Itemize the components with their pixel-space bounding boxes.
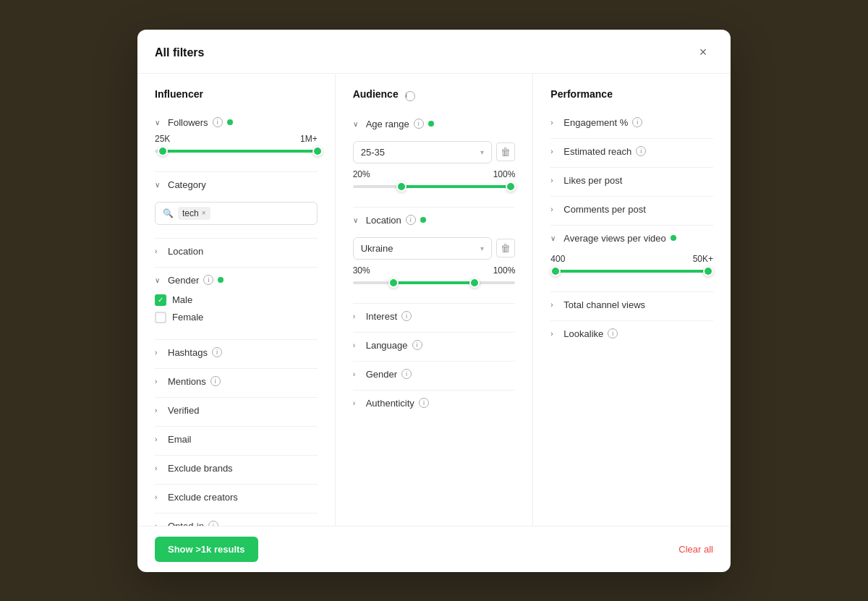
audience-info-icon[interactable]: i — [405, 91, 415, 101]
age-range-info-icon[interactable]: i — [414, 119, 424, 129]
opted-in-header[interactable]: › Opted-in i — [155, 515, 318, 526]
audience-location-thumb-right[interactable] — [469, 278, 480, 288]
audience-location-select[interactable]: Ukraine ▾ — [353, 237, 493, 260]
verified-chevron: › — [155, 406, 163, 414]
avg-views-header[interactable]: ∨ Average views per video — [550, 227, 713, 250]
age-range-thumb-right[interactable] — [506, 182, 516, 192]
mentions-info-icon[interactable]: i — [210, 376, 221, 386]
exclude-brands-header[interactable]: › Exclude brands — [155, 457, 318, 479]
male-checkbox[interactable] — [155, 294, 166, 306]
audience-location-slider-track[interactable] — [353, 281, 516, 284]
followers-info-icon[interactable]: i — [213, 117, 223, 127]
interest-header[interactable]: › Interest i — [353, 305, 516, 328]
exclude-brands-label: Exclude brands — [168, 463, 233, 474]
audience-gender-chevron: › — [353, 370, 362, 378]
likes-per-post-section: › Likes per post — [550, 169, 713, 192]
engagement-info-icon[interactable]: i — [632, 117, 642, 127]
age-range-slider-track[interactable] — [353, 185, 516, 188]
authenticity-info-icon[interactable]: i — [419, 398, 429, 408]
avg-views-dot — [671, 235, 676, 241]
category-tag-remove[interactable]: × — [202, 209, 206, 217]
female-checkbox[interactable] — [155, 312, 166, 323]
followers-min-label: 25K — [155, 134, 170, 144]
influencer-gender-info-icon[interactable]: i — [203, 275, 213, 285]
influencer-location-header[interactable]: › Location — [155, 240, 318, 263]
followers-thumb-right[interactable] — [312, 146, 323, 156]
category-section-header[interactable]: ∨ Category — [155, 174, 318, 196]
close-button[interactable]: × — [693, 43, 713, 63]
influencer-gender-header[interactable]: ∨ Gender i — [155, 269, 318, 291]
age-range-select[interactable]: 25-35 ▾ — [353, 141, 493, 163]
language-header[interactable]: › Language i — [353, 334, 516, 357]
audience-location-chevron-down: ∨ — [353, 216, 362, 224]
age-range-select-row: 25-35 ▾ 🗑 — [353, 141, 516, 163]
verified-header[interactable]: › Verified — [155, 399, 318, 422]
audience-gender-header[interactable]: › Gender i — [353, 363, 516, 385]
age-range-select-arrow: ▾ — [480, 148, 484, 156]
performance-column-title: Performance — [550, 88, 713, 100]
audience-location-header[interactable]: ∨ Location i — [353, 209, 516, 231]
comments-per-post-label: Comments per post — [563, 204, 645, 215]
show-results-button[interactable]: Show >1k results — [155, 537, 258, 562]
lookalike-info-icon[interactable]: i — [608, 328, 618, 338]
email-header[interactable]: › Email — [155, 428, 318, 451]
interest-info-icon[interactable]: i — [401, 311, 412, 321]
language-info-icon[interactable]: i — [412, 340, 422, 350]
clear-all-button[interactable]: Clear all — [678, 544, 713, 555]
audience-column-title: Audience i — [353, 88, 516, 101]
avg-views-chevron-down: ∨ — [550, 234, 559, 242]
audience-location-info-icon[interactable]: i — [406, 215, 416, 225]
exclude-creators-chevron: › — [155, 493, 163, 501]
audience-location-max-label: 100% — [493, 265, 516, 276]
followers-section-header[interactable]: ∨ Followers i — [155, 111, 318, 134]
followers-slider-track[interactable] — [155, 150, 318, 153]
total-channel-views-label: Total channel views — [563, 299, 645, 310]
likes-per-post-label: Likes per post — [563, 175, 622, 186]
authenticity-label: Authenticity — [366, 398, 414, 409]
gender-female-row[interactable]: Female — [155, 309, 318, 326]
age-range-header[interactable]: ∨ Age range i — [353, 113, 516, 135]
verified-label: Verified — [168, 405, 199, 416]
lookalike-header[interactable]: › Lookalike i — [550, 323, 713, 345]
total-channel-views-chevron: › — [550, 301, 559, 309]
avg-views-thumb-right[interactable] — [703, 266, 713, 276]
age-range-slider-fill — [401, 185, 511, 188]
email-label: Email — [168, 434, 192, 445]
age-range-thumb-left[interactable] — [396, 182, 407, 192]
estimated-reach-header[interactable]: › Estimated reach i — [550, 140, 713, 163]
category-search-box[interactable]: 🔍 tech × — [155, 202, 318, 225]
mentions-header[interactable]: › Mentions i — [155, 370, 318, 393]
estimated-reach-section: › Estimated reach i — [550, 140, 713, 163]
audience-location-section: ∨ Location i Ukraine ▾ 🗑 30% — [353, 209, 516, 299]
age-range-label: Age range — [366, 119, 409, 129]
hashtags-info-icon[interactable]: i — [212, 347, 222, 357]
lookalike-chevron: › — [550, 330, 559, 338]
authenticity-header[interactable]: › Authenticity i — [353, 392, 516, 414]
modal-body: Influencer ∨ Followers i 25K 1M+ — [137, 74, 731, 526]
followers-active-dot — [227, 119, 233, 125]
avg-views-slider-track[interactable] — [550, 270, 713, 273]
audience-location-thumb-left[interactable] — [388, 278, 399, 288]
hashtags-header[interactable]: › Hashtags i — [155, 341, 318, 364]
audience-location-clear-button[interactable]: 🗑 — [496, 239, 515, 257]
likes-per-post-header[interactable]: › Likes per post — [550, 169, 713, 192]
avg-views-thumb-left[interactable] — [550, 266, 561, 276]
exclude-creators-header[interactable]: › Exclude creators — [155, 486, 318, 508]
gender-male-row[interactable]: Male — [155, 291, 318, 309]
age-range-clear-button[interactable]: 🗑 — [496, 142, 515, 161]
estimated-reach-info-icon[interactable]: i — [636, 146, 646, 156]
hashtags-section: › Hashtags i — [155, 341, 318, 364]
influencer-gender-chevron-down: ∨ — [155, 276, 163, 284]
age-range-dot — [428, 121, 434, 127]
audience-gender-info-icon[interactable]: i — [401, 369, 412, 379]
engagement-header[interactable]: › Engagement % i — [550, 111, 713, 134]
email-chevron: › — [155, 435, 163, 443]
influencer-column-title: Influencer — [155, 88, 318, 100]
audience-location-label: Location — [366, 215, 401, 226]
engagement-chevron: › — [550, 119, 559, 127]
exclude-creators-label: Exclude creators — [168, 492, 238, 503]
followers-thumb-left[interactable] — [158, 146, 168, 156]
total-channel-views-header[interactable]: › Total channel views — [550, 294, 713, 316]
comments-per-post-header[interactable]: › Comments per post — [550, 198, 713, 221]
audience-location-select-row: Ukraine ▾ 🗑 — [353, 237, 516, 260]
